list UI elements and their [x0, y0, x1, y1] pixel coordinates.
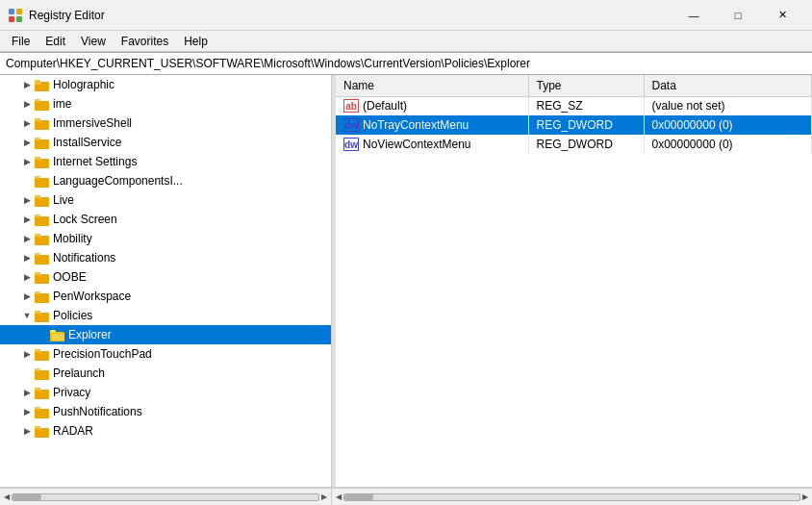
tree-item-lockscreen[interactable]: Lock Screen: [0, 210, 331, 229]
svg-rect-40: [35, 409, 49, 418]
address-path: Computer\HKEY_CURRENT_USER\SOFTWARE\Micr…: [6, 57, 530, 70]
col-header-data: Data: [644, 75, 812, 96]
tree-item-precisiontouchpad[interactable]: PrecisionTouchPad: [0, 344, 331, 364]
table-row[interactable]: ab (Default) REG_SZ (value not set): [336, 96, 812, 115]
col-header-name: Name: [336, 75, 528, 96]
hscroll-thumb[interactable]: [13, 494, 41, 500]
expand-installservice[interactable]: [19, 135, 35, 150]
expand-precisiontouchpad[interactable]: [19, 346, 35, 362]
tree-label: InstallService: [53, 136, 121, 149]
folder-icon: [35, 405, 50, 418]
svg-rect-7: [35, 101, 49, 111]
svg-rect-10: [35, 118, 40, 121]
expand-penworkspace[interactable]: [19, 289, 35, 304]
expand-holographic[interactable]: [19, 77, 35, 92]
right-hscrollbar[interactable]: ◀ ▶: [332, 489, 812, 505]
right-hscroll-left-arrow[interactable]: ◀: [334, 492, 343, 501]
tree-item-prelaunch[interactable]: Prelaunch: [0, 364, 331, 383]
tree-item-oobe[interactable]: OOBE: [0, 267, 331, 287]
tree-item-internetsettings[interactable]: Internet Settings: [0, 152, 331, 171]
tree-label: Lock Screen: [53, 213, 117, 226]
tree-content[interactable]: Holographic ime ImmersiveShell: [0, 75, 331, 487]
right-hscroll-track[interactable]: [343, 493, 800, 501]
menu-favorites[interactable]: Favorites: [114, 33, 176, 50]
svg-rect-0: [9, 9, 14, 14]
expand-lockscreen[interactable]: [19, 212, 35, 227]
svg-rect-39: [35, 388, 40, 391]
tree-item-holographic[interactable]: Holographic: [0, 75, 331, 94]
expand-ime[interactable]: [19, 96, 35, 112]
folder-icon-open: [50, 328, 65, 341]
folder-icon: [35, 78, 50, 91]
registry-table-container[interactable]: Name Type Data ab (Default): [336, 75, 812, 487]
bottom-scrollbars: ◀ ▶ ◀ ▶: [0, 488, 812, 505]
svg-rect-28: [35, 291, 40, 294]
tree-item-mobility[interactable]: Mobility: [0, 229, 331, 248]
right-hscroll-thumb[interactable]: [344, 494, 373, 500]
right-hscroll-right-arrow[interactable]: ▶: [800, 492, 810, 501]
table-cell-type: REG_DWORD: [528, 115, 644, 135]
svg-rect-27: [35, 293, 49, 303]
tree-item-radar[interactable]: RADAR: [0, 421, 331, 441]
svg-rect-34: [35, 351, 49, 361]
tree-label: Holographic: [53, 78, 114, 91]
table-cell-name: dw NoViewContextMenu: [336, 135, 528, 154]
folder-icon: [35, 213, 50, 226]
expand-live[interactable]: [19, 192, 35, 208]
menu-help[interactable]: Help: [176, 33, 216, 50]
tree-item-installservice[interactable]: InstallService: [0, 133, 331, 152]
tree-label: PenWorkspace: [53, 290, 131, 303]
tree-label: Internet Settings: [53, 155, 137, 168]
folder-icon: [35, 347, 50, 361]
hscroll-right-arrow[interactable]: ▶: [319, 492, 329, 501]
tree-item-immersiveshell[interactable]: ImmersiveShell: [0, 114, 331, 133]
tree-item-languagecomponents[interactable]: LanguageComponentsI...: [0, 171, 331, 190]
reg-dword-icon: dw: [343, 138, 359, 151]
menu-file[interactable]: File: [4, 33, 38, 50]
tree-item-penworkspace[interactable]: PenWorkspace: [0, 287, 331, 306]
expand-privacy[interactable]: [19, 385, 35, 400]
tree-label: Notifications: [53, 251, 115, 265]
tree-label: Live: [53, 193, 74, 207]
expand-pushnotifications[interactable]: [19, 404, 35, 419]
expand-internetsettings[interactable]: [19, 154, 35, 169]
tree-item-live[interactable]: Live: [0, 190, 331, 210]
expand-mobility[interactable]: [19, 231, 35, 246]
menu-edit[interactable]: Edit: [38, 33, 73, 50]
tree-label: PushNotifications: [53, 405, 142, 418]
svg-rect-3: [16, 16, 22, 22]
expand-radar[interactable]: [19, 423, 35, 439]
tree-label: ImmersiveShell: [53, 116, 132, 130]
tree-item-ime[interactable]: ime: [0, 94, 331, 114]
close-button[interactable]: ✕: [760, 0, 804, 31]
tree-item-explorer[interactable]: Explorer: [0, 325, 331, 344]
svg-rect-32: [50, 330, 56, 333]
hscroll-track[interactable]: [12, 493, 319, 501]
folder-icon: [35, 270, 50, 284]
address-bar: Computer\HKEY_CURRENT_USER\SOFTWARE\Micr…: [0, 52, 812, 75]
minimize-button[interactable]: —: [672, 0, 716, 31]
svg-rect-33: [52, 334, 64, 341]
folder-icon: [35, 232, 50, 245]
tree-item-privacy[interactable]: Privacy: [0, 383, 331, 402]
tree-label: LanguageComponentsI...: [53, 174, 183, 188]
hscroll-left-arrow[interactable]: ◀: [2, 492, 12, 501]
menu-view[interactable]: View: [73, 33, 114, 50]
expand-notifications[interactable]: [19, 250, 35, 265]
table-row[interactable]: dw NoViewContextMenu REG_DWORD 0x0000000…: [336, 135, 812, 154]
svg-rect-20: [35, 215, 40, 217]
svg-rect-24: [35, 253, 40, 256]
expand-policies[interactable]: [19, 308, 35, 323]
tree-item-notifications[interactable]: Notifications: [0, 248, 331, 267]
folder-icon: [35, 136, 50, 149]
tree-hscrollbar[interactable]: ◀ ▶: [0, 489, 332, 505]
tree-item-policies[interactable]: Policies: [0, 306, 331, 325]
expand-oobe[interactable]: [19, 269, 35, 285]
svg-rect-15: [35, 178, 49, 188]
tree-item-pushnotifications[interactable]: PushNotifications: [0, 402, 331, 421]
maximize-button[interactable]: □: [716, 0, 760, 31]
right-panel: Name Type Data ab (Default): [336, 75, 812, 487]
svg-rect-22: [35, 234, 40, 237]
expand-immersiveshell[interactable]: [19, 115, 35, 131]
table-row[interactable]: dw NoTrayContextMenu REG_DWORD 0x0000000…: [336, 115, 812, 135]
